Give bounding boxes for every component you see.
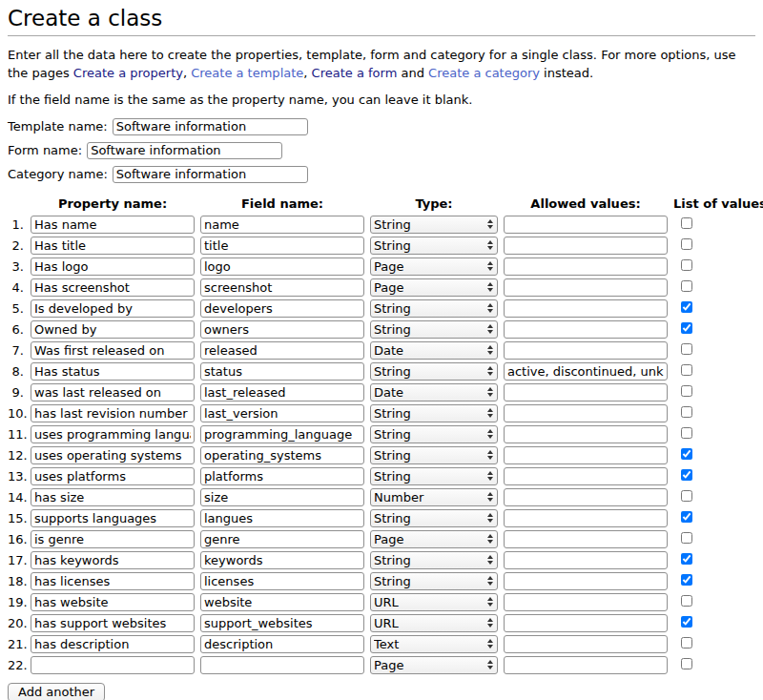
property-name-input[interactable] xyxy=(31,635,195,653)
property-name-input[interactable] xyxy=(31,551,195,569)
type-select[interactable]: Page xyxy=(370,278,498,297)
allowed-values-input[interactable] xyxy=(504,572,668,590)
form-name-input[interactable] xyxy=(87,142,282,159)
list-of-values-checkbox[interactable] xyxy=(681,595,692,607)
type-select[interactable]: URL xyxy=(370,593,498,611)
allowed-values-input[interactable] xyxy=(504,320,668,339)
list-of-values-checkbox[interactable] xyxy=(681,385,692,397)
list-of-values-checkbox[interactable] xyxy=(681,238,692,250)
property-name-input[interactable] xyxy=(31,572,195,590)
allowed-values-input[interactable] xyxy=(504,425,668,443)
type-select[interactable]: Date xyxy=(370,383,498,401)
property-name-input[interactable] xyxy=(31,593,195,611)
allowed-values-input[interactable] xyxy=(504,299,668,318)
list-of-values-checkbox[interactable] xyxy=(681,301,692,313)
type-select[interactable]: String xyxy=(370,404,498,422)
field-name-input[interactable] xyxy=(200,572,364,590)
allowed-values-input[interactable] xyxy=(504,341,668,360)
allowed-values-input[interactable] xyxy=(504,446,668,464)
type-select[interactable]: String xyxy=(370,446,498,464)
allowed-values-input[interactable] xyxy=(504,216,668,234)
field-name-input[interactable] xyxy=(200,488,364,506)
allowed-values-input[interactable] xyxy=(504,635,668,653)
allowed-values-input[interactable] xyxy=(504,278,668,297)
link-create-a-property[interactable]: Create a property xyxy=(73,66,183,80)
allowed-values-input[interactable] xyxy=(504,656,668,674)
type-select[interactable]: Page xyxy=(370,257,498,276)
list-of-values-checkbox[interactable] xyxy=(681,217,692,229)
property-name-input[interactable] xyxy=(31,383,195,401)
list-of-values-checkbox[interactable] xyxy=(681,259,692,271)
property-name-input[interactable] xyxy=(31,614,195,632)
type-select[interactable]: Number xyxy=(370,488,498,506)
field-name-input[interactable] xyxy=(200,551,364,569)
allowed-values-input[interactable] xyxy=(504,383,668,401)
property-name-input[interactable] xyxy=(31,509,195,527)
field-name-input[interactable] xyxy=(200,425,364,443)
property-name-input[interactable] xyxy=(31,488,195,506)
type-select[interactable]: String xyxy=(370,320,498,339)
field-name-input[interactable] xyxy=(200,404,364,422)
type-select[interactable]: String xyxy=(370,237,498,255)
field-name-input[interactable] xyxy=(200,341,364,360)
type-select[interactable]: String xyxy=(370,425,498,443)
template-name-input[interactable] xyxy=(113,118,308,135)
type-select[interactable]: String xyxy=(370,572,498,590)
field-name-input[interactable] xyxy=(200,593,364,611)
property-name-input[interactable] xyxy=(31,216,195,234)
list-of-values-checkbox[interactable] xyxy=(681,616,692,628)
allowed-values-input[interactable] xyxy=(504,404,668,422)
list-of-values-checkbox[interactable] xyxy=(681,427,692,439)
type-select[interactable]: String xyxy=(370,216,498,234)
list-of-values-checkbox[interactable] xyxy=(681,511,692,523)
list-of-values-checkbox[interactable] xyxy=(681,574,692,586)
property-name-input[interactable] xyxy=(31,404,195,422)
field-name-input[interactable] xyxy=(200,299,364,318)
property-name-input[interactable] xyxy=(31,278,195,297)
allowed-values-input[interactable] xyxy=(504,593,668,611)
list-of-values-checkbox[interactable] xyxy=(681,658,692,669)
allowed-values-input[interactable] xyxy=(504,467,668,485)
list-of-values-checkbox[interactable] xyxy=(681,448,692,460)
list-of-values-checkbox[interactable] xyxy=(681,343,692,355)
field-name-input[interactable] xyxy=(200,635,364,653)
list-of-values-checkbox[interactable] xyxy=(681,532,692,544)
field-name-input[interactable] xyxy=(200,320,364,339)
property-name-input[interactable] xyxy=(31,341,195,360)
type-select[interactable]: String xyxy=(370,467,498,485)
link-create-a-category[interactable]: Create a category xyxy=(428,66,540,80)
field-name-input[interactable] xyxy=(200,237,364,255)
property-name-input[interactable] xyxy=(31,320,195,339)
field-name-input[interactable] xyxy=(200,656,364,674)
field-name-input[interactable] xyxy=(200,216,364,234)
property-name-input[interactable] xyxy=(31,237,195,255)
property-name-input[interactable] xyxy=(31,530,195,548)
field-name-input[interactable] xyxy=(200,467,364,485)
allowed-values-input[interactable] xyxy=(504,257,668,276)
list-of-values-checkbox[interactable] xyxy=(681,322,692,334)
field-name-input[interactable] xyxy=(200,257,364,276)
list-of-values-checkbox[interactable] xyxy=(681,490,692,502)
field-name-input[interactable] xyxy=(200,446,364,464)
property-name-input[interactable] xyxy=(31,425,195,443)
field-name-input[interactable] xyxy=(200,278,364,297)
allowed-values-input[interactable] xyxy=(504,237,668,255)
type-select[interactable]: Page xyxy=(370,656,498,674)
allowed-values-input[interactable] xyxy=(504,530,668,548)
list-of-values-checkbox[interactable] xyxy=(681,364,692,376)
field-name-input[interactable] xyxy=(200,509,364,527)
property-name-input[interactable] xyxy=(31,299,195,318)
link-create-a-form[interactable]: Create a form xyxy=(312,66,398,80)
property-name-input[interactable] xyxy=(31,467,195,485)
property-name-input[interactable] xyxy=(31,446,195,464)
field-name-input[interactable] xyxy=(200,383,364,401)
property-name-input[interactable] xyxy=(31,656,195,674)
type-select[interactable]: Page xyxy=(370,530,498,548)
allowed-values-input[interactable] xyxy=(504,488,668,506)
field-name-input[interactable] xyxy=(200,530,364,548)
add-another-button[interactable]: Add another xyxy=(8,683,105,700)
link-create-a-template[interactable]: Create a template xyxy=(191,66,303,80)
type-select[interactable]: URL xyxy=(370,614,498,632)
type-select[interactable]: String xyxy=(370,362,498,381)
type-select[interactable]: String xyxy=(370,299,498,318)
